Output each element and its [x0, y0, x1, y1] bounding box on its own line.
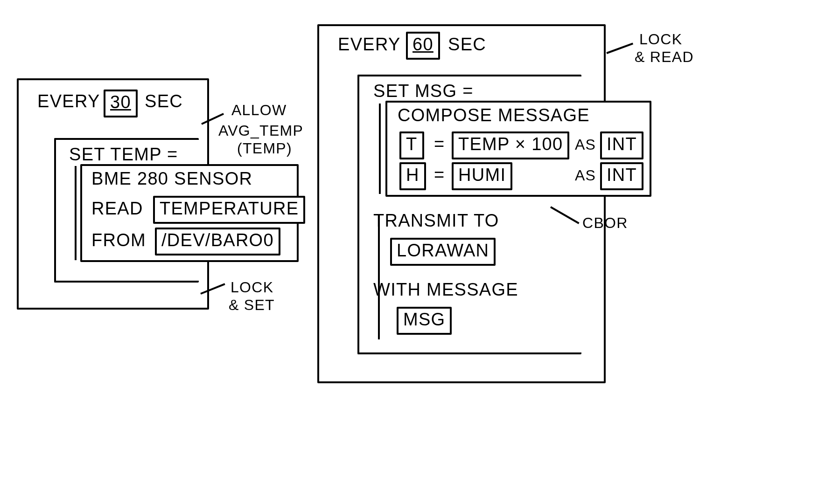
- compose-row2-as: AS: [575, 167, 596, 184]
- left-sensor-sidebar: [75, 166, 77, 260]
- compose-row1-eq: =: [434, 134, 445, 154]
- compose-row2-eq: =: [434, 165, 445, 185]
- compose-row1-key[interactable]: T: [399, 131, 424, 159]
- right-cbor-label: CBOR: [582, 214, 628, 232]
- right-transmit-label: TRANSMIT TO: [373, 211, 499, 231]
- left-every-value[interactable]: 30: [104, 90, 138, 117]
- compose-row2-key[interactable]: H: [399, 162, 426, 190]
- compose-row1-as: AS: [575, 136, 596, 153]
- left-every-unit: SEC: [145, 91, 183, 111]
- left-annotation-top-3: (TEMP): [237, 140, 292, 157]
- right-compose-title: COMPOSE MESSAGE: [398, 105, 590, 125]
- left-from-value[interactable]: /DEV/BARO0: [155, 228, 280, 255]
- left-sensor-title: BME 280 SENSOR: [91, 169, 252, 189]
- left-annotation-top-2: AVG_TEMP: [218, 122, 303, 139]
- right-transmit-value[interactable]: LORAWAN: [390, 238, 496, 266]
- canvas: EVERY 30 SEC SET TEMP = ALLOW AVG_TEMP (…: [0, 0, 839, 504]
- right-with-label: WITH MESSAGE: [373, 280, 518, 300]
- left-annotation-bottom-1: LOCK: [231, 279, 273, 296]
- right-every-label: EVERY: [338, 35, 401, 55]
- left-set-label: SET TEMP =: [69, 145, 178, 165]
- left-read-value[interactable]: TEMPERATURE: [153, 196, 305, 224]
- left-annotation-bottom-2: & SET: [229, 297, 275, 314]
- left-annotation-top-1: ALLOW: [231, 102, 287, 119]
- compose-row2-expr[interactable]: HUMI: [452, 162, 512, 190]
- right-set-label: SET MSG =: [373, 81, 474, 101]
- right-annotation-top-tick: [606, 43, 633, 54]
- left-from-label: FROM: [91, 230, 146, 250]
- compose-row1-expr[interactable]: TEMP × 100: [452, 131, 569, 159]
- compose-row2-type[interactable]: INT: [600, 162, 643, 190]
- right-with-value[interactable]: MSG: [397, 307, 452, 335]
- right-transmit-sidebar: [378, 214, 380, 339]
- right-compose-sidebar: [379, 104, 381, 194]
- left-read-label: READ: [91, 199, 143, 219]
- left-every-label: EVERY: [37, 91, 100, 111]
- right-annotation-top-1: LOCK: [639, 31, 682, 48]
- right-annotation-top-2: & READ: [635, 48, 694, 66]
- compose-row1-type[interactable]: INT: [600, 131, 643, 159]
- right-every-unit: SEC: [448, 35, 486, 55]
- right-every-value[interactable]: 60: [406, 32, 440, 60]
